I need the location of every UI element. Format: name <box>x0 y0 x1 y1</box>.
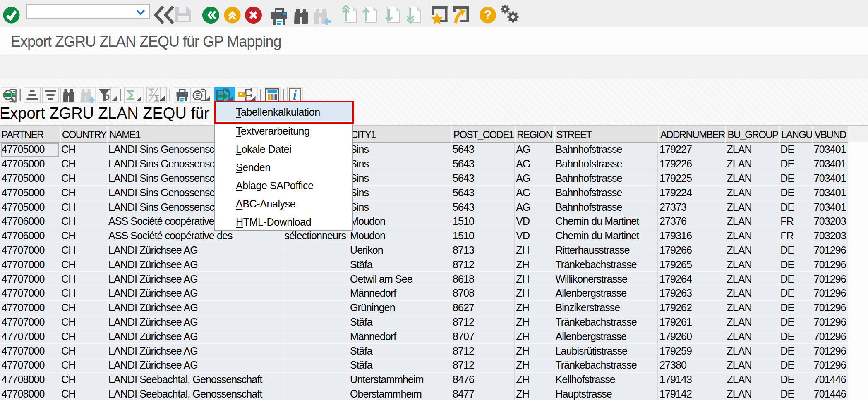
svg-text:i: i <box>293 87 297 102</box>
svg-text:?: ? <box>484 8 492 22</box>
